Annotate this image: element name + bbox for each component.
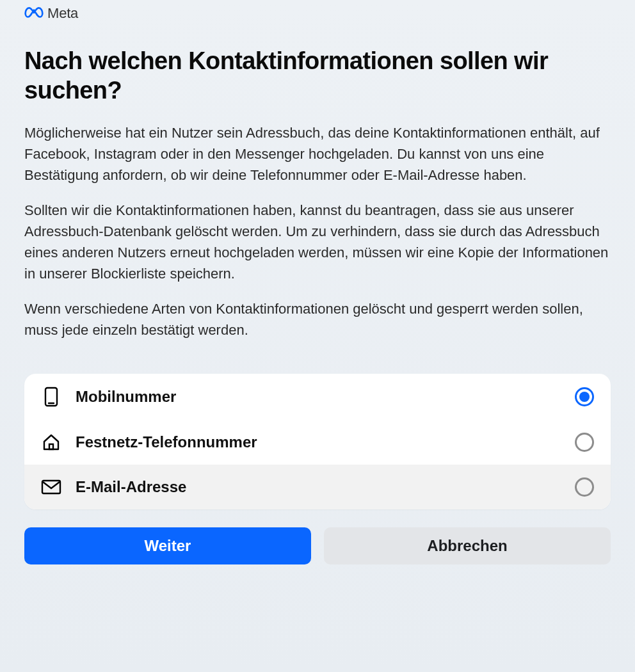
radio-unselected-icon bbox=[575, 433, 594, 452]
svg-rect-2 bbox=[49, 444, 53, 449]
radio-selected-icon bbox=[575, 387, 594, 406]
home-icon bbox=[41, 433, 61, 452]
button-label: Abbrechen bbox=[427, 537, 507, 555]
option-label: E-Mail-Adresse bbox=[76, 478, 561, 496]
mobile-icon bbox=[41, 387, 61, 407]
contact-type-options: Mobilnummer Festnetz-Telefonnummer E-Mai… bbox=[24, 374, 611, 509]
brand-logo: Meta bbox=[24, 0, 611, 22]
radio-unselected-icon bbox=[575, 477, 594, 497]
button-label: Weiter bbox=[145, 537, 191, 555]
continue-button[interactable]: Weiter bbox=[24, 527, 311, 564]
description-paragraph: Sollten wir die Kontaktinformationen hab… bbox=[24, 200, 611, 284]
option-mobile-number[interactable]: Mobilnummer bbox=[24, 374, 611, 420]
action-buttons: Weiter Abbrechen bbox=[24, 527, 611, 564]
option-label: Mobilnummer bbox=[76, 388, 561, 406]
meta-infinity-icon bbox=[24, 6, 44, 21]
option-landline-number[interactable]: Festnetz-Telefonnummer bbox=[24, 420, 611, 465]
description: Möglicherweise hat ein Nutzer sein Adres… bbox=[24, 122, 611, 340]
brand-name: Meta bbox=[47, 5, 78, 22]
description-paragraph: Wenn verschiedene Arten von Kontaktinfor… bbox=[24, 298, 611, 340]
option-email-address[interactable]: E-Mail-Adresse bbox=[24, 465, 611, 509]
page-title: Nach welchen Kontaktinformationen sollen… bbox=[24, 46, 611, 106]
description-paragraph: Möglicherweise hat ein Nutzer sein Adres… bbox=[24, 122, 611, 186]
option-label: Festnetz-Telefonnummer bbox=[76, 433, 561, 451]
mail-icon bbox=[41, 479, 61, 495]
cancel-button[interactable]: Abbrechen bbox=[324, 527, 611, 564]
